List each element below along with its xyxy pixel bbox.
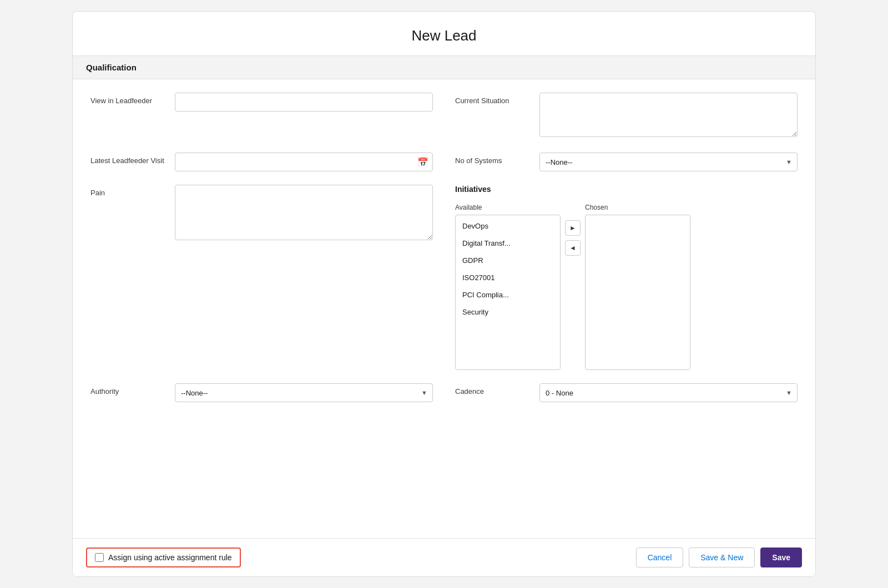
section-qualification: Qualification <box>73 55 815 79</box>
field-no-of-systems: No of Systems --None-- <box>455 153 798 171</box>
input-latest-leadfeeder-visit[interactable] <box>175 153 433 171</box>
label-no-of-systems: No of Systems <box>455 153 533 166</box>
list-item-digital-transf[interactable]: Digital Transf... <box>456 235 560 252</box>
select-cadence[interactable]: 0 - None <box>539 383 798 402</box>
field-pain: Pain <box>90 185 433 242</box>
select-no-of-systems[interactable]: --None-- <box>539 153 798 171</box>
field-initiatives: Initiatives Available DevOps Digital Tra… <box>455 185 798 370</box>
cancel-button[interactable]: Cancel <box>636 548 684 567</box>
label-view-in-leadfeeder: View in Leadfeeder <box>90 93 168 106</box>
list-item-pci-complia[interactable]: PCI Complia... <box>456 286 560 303</box>
input-view-in-leadfeeder[interactable] <box>175 93 433 111</box>
list-item-gdpr[interactable]: GDPR <box>456 252 560 269</box>
form-body: View in Leadfeeder Current Situation Lat… <box>73 79 815 538</box>
label-initiatives: Initiatives <box>455 185 491 194</box>
listbox-chosen-col: Chosen <box>585 204 690 370</box>
listbox-chosen[interactable] <box>585 215 690 370</box>
textarea-current-situation[interactable] <box>539 93 798 137</box>
field-latest-leadfeeder-visit: Latest Leadfeeder Visit 📅 <box>90 153 433 171</box>
listbox-arrow-controls: ► ◄ <box>565 204 581 256</box>
form-row-3: Pain Initiatives Available DevOps Digita… <box>90 185 798 370</box>
dual-listbox-initiatives: Available DevOps Digital Transf... GDPR … <box>455 204 690 370</box>
move-left-button[interactable]: ◄ <box>565 240 581 256</box>
field-current-situation: Current Situation <box>455 93 798 139</box>
listbox-available[interactable]: DevOps Digital Transf... GDPR ISO27001 P… <box>455 215 561 370</box>
label-cadence: Cadence <box>455 383 533 397</box>
field-authority: Authority --None-- <box>90 383 433 402</box>
form-row-2: Latest Leadfeeder Visit 📅 No of Systems … <box>90 153 798 171</box>
footer-left: Assign using active assignment rule <box>86 548 241 567</box>
label-authority: Authority <box>90 383 168 397</box>
label-available: Available <box>455 204 561 211</box>
select-authority[interactable]: --None-- <box>175 383 433 402</box>
field-cadence: Cadence 0 - None <box>455 383 798 402</box>
list-item-iso27001[interactable]: ISO27001 <box>456 269 560 286</box>
list-item-devops[interactable]: DevOps <box>456 217 560 235</box>
save-new-button[interactable]: Save & New <box>689 548 755 567</box>
assignment-rule-checkbox[interactable] <box>95 553 104 562</box>
list-item-security[interactable]: Security <box>456 303 560 321</box>
label-current-situation: Current Situation <box>455 93 533 106</box>
textarea-pain[interactable] <box>175 185 433 240</box>
new-lead-modal: New Lead Qualification View in Leadfeede… <box>72 11 816 577</box>
save-button[interactable]: Save <box>760 548 802 567</box>
field-view-in-leadfeeder: View in Leadfeeder <box>90 93 433 111</box>
modal-footer: Assign using active assignment rule Canc… <box>73 538 815 576</box>
label-latest-leadfeeder-visit: Latest Leadfeeder Visit <box>90 153 168 166</box>
label-chosen: Chosen <box>585 204 690 211</box>
footer-right: Cancel Save & New Save <box>636 548 802 567</box>
form-row-4: Authority --None-- Cadence 0 - None <box>90 383 798 402</box>
listbox-available-col: Available DevOps Digital Transf... GDPR … <box>455 204 561 370</box>
move-right-button[interactable]: ► <box>565 220 581 236</box>
assignment-rule-wrapper: Assign using active assignment rule <box>86 548 241 567</box>
page-title: New Lead <box>73 12 815 55</box>
assignment-rule-label: Assign using active assignment rule <box>108 553 232 562</box>
label-pain: Pain <box>90 185 168 198</box>
form-row-1: View in Leadfeeder Current Situation <box>90 93 798 139</box>
